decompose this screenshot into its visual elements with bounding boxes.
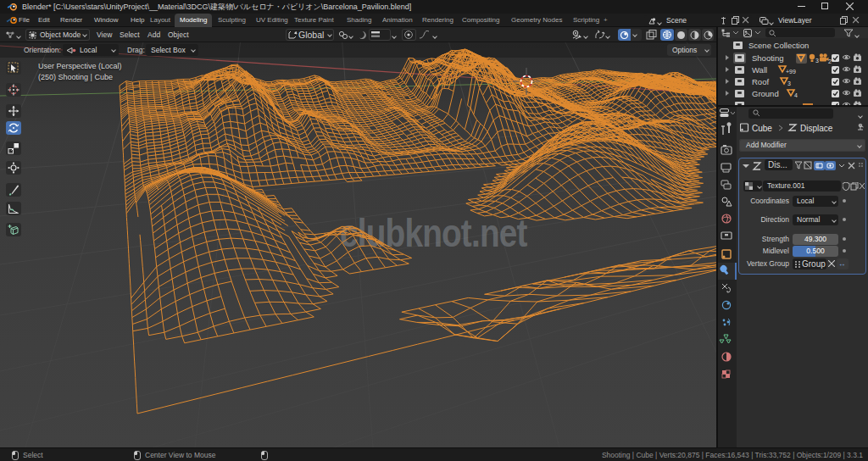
svg-text:Cube: Cube bbox=[752, 124, 772, 133]
svg-text:Displace: Displace bbox=[800, 124, 833, 133]
svg-text:Scene Collection: Scene Collection bbox=[748, 41, 809, 50]
svg-text:+99: +99 bbox=[786, 69, 796, 75]
svg-text:4: 4 bbox=[794, 92, 798, 98]
svg-text:Shooting: Shooting bbox=[752, 53, 784, 63]
svg-text:Wall: Wall bbox=[752, 65, 767, 75]
svg-text:Ground: Ground bbox=[752, 89, 779, 98]
svg-text:Roof: Roof bbox=[752, 77, 769, 86]
svg-text:3: 3 bbox=[815, 58, 819, 64]
svg-text:2: 2 bbox=[828, 58, 832, 64]
svg-text:3: 3 bbox=[787, 81, 791, 86]
